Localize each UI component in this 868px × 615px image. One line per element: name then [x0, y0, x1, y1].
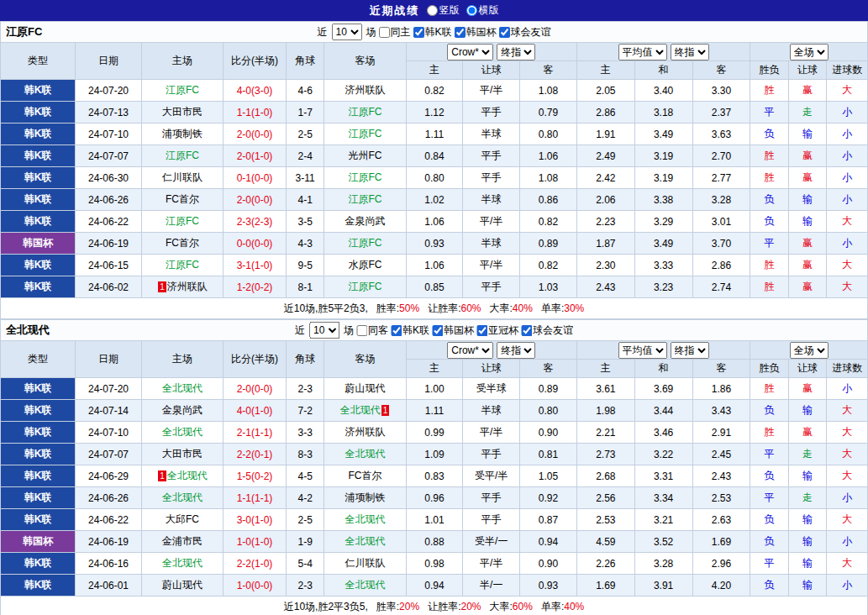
- match-type: 韩K联: [1, 124, 76, 145]
- red-card-badge: 1: [158, 281, 166, 292]
- layout-horizontal-option[interactable]: 横版: [466, 3, 499, 18]
- odds-value: 0.88: [406, 531, 463, 553]
- outcome-handicap: 输: [788, 509, 827, 531]
- team-label: 济州联队: [345, 426, 386, 438]
- summary-stat-value: 40%: [564, 601, 584, 612]
- same-venue-checkbox[interactable]: [378, 27, 389, 38]
- outcome-handicap: 输: [788, 575, 827, 597]
- odds-value: 0.90: [520, 422, 577, 444]
- match-type: 韩K联: [1, 509, 76, 531]
- team-name: 江原FC: [6, 24, 42, 39]
- outcome-goals: 小: [827, 531, 868, 553]
- odds-value: 0.89: [520, 233, 577, 255]
- outcome-result: 负: [750, 211, 789, 233]
- league-checkbox[interactable]: [455, 27, 466, 38]
- full-match-select[interactable]: 全场: [790, 44, 829, 60]
- near-label: 近: [295, 323, 305, 338]
- outcome-result: 胜: [750, 167, 789, 189]
- league-checkbox[interactable]: [432, 325, 443, 336]
- odds-value: 2.53: [692, 487, 750, 509]
- summary-stat-value: 20%: [399, 601, 419, 612]
- layout-vertical-option[interactable]: 竖版: [427, 3, 460, 18]
- final-odds-select-2[interactable]: 终指: [671, 342, 709, 359]
- summary-stat-value: 40%: [513, 302, 533, 314]
- outcome-result: 胜: [750, 378, 789, 400]
- average-select[interactable]: 平均值: [618, 44, 667, 60]
- league-filter[interactable]: 韩K联: [391, 323, 429, 338]
- final-odds-select-1[interactable]: 终指: [497, 342, 535, 359]
- league-checkbox[interactable]: [413, 27, 423, 38]
- recent-count-select[interactable]: 10: [331, 24, 361, 40]
- final-odds-select-1[interactable]: 终指: [497, 44, 535, 60]
- home-team: 仁川联队: [141, 167, 223, 189]
- away-team: 浦项制铁: [324, 487, 406, 509]
- sub-column-header: 胜负: [750, 360, 789, 378]
- odds-value: 0.96: [406, 487, 463, 509]
- odds-value: 平手: [463, 145, 520, 167]
- outcome-result: 负: [750, 531, 789, 553]
- score: 2-1(1-1): [224, 422, 287, 444]
- final-odds-select-2[interactable]: 终指: [671, 44, 709, 60]
- outcome-handicap: 输: [788, 211, 827, 233]
- match-row: 韩国杯24-06-19FC首尔0-0(0-0)4-3江原FC0.93半球0.89…: [1, 233, 868, 255]
- column-header: 日期: [76, 341, 142, 378]
- summary-stat-value: 60%: [513, 601, 533, 612]
- league-filter[interactable]: 韩K联: [413, 25, 451, 39]
- match-row: 韩K联24-07-13大田市民1-1(1-0)1-7江原FC1.12平手0.79…: [1, 102, 868, 124]
- match-type: 韩K联: [1, 102, 76, 124]
- team-label: 全北现代: [340, 404, 381, 416]
- corner-count: 7-2: [286, 400, 324, 422]
- match-date: 24-07-07: [76, 444, 142, 465]
- league-filter[interactable]: 韩国杯: [432, 323, 474, 338]
- layout-horizontal-radio[interactable]: [466, 5, 477, 16]
- odds-value: 2.21: [576, 422, 634, 444]
- corner-count: 2-5: [286, 124, 324, 145]
- odds-value: 1.11: [406, 124, 463, 145]
- match-type: 韩K联: [1, 378, 76, 400]
- team-label: 大邱FC: [166, 513, 199, 525]
- match-row: 韩K联24-06-26全北现代1-1(1-1)4-2浦项制铁0.96平手0.92…: [1, 487, 868, 509]
- outcome-goals: 大: [827, 80, 868, 102]
- team-label: 蔚山现代: [162, 579, 203, 591]
- league-checkbox[interactable]: [521, 325, 532, 336]
- team-section-0: 江原FC近10场同主韩K联韩国杯球会友谊类型日期主场比分(半场)角球客场Crow…: [0, 21, 868, 319]
- outcome-handicap: 赢: [788, 276, 827, 298]
- league-checkbox[interactable]: [476, 325, 487, 336]
- corner-count: 3-11: [286, 167, 324, 189]
- sub-column-header: 主: [406, 360, 463, 378]
- same-venue-filter[interactable]: 同客: [356, 323, 388, 338]
- league-checkbox[interactable]: [391, 325, 402, 336]
- odds-value: 0.99: [406, 422, 463, 444]
- match-date: 24-06-26: [76, 189, 142, 211]
- match-row: 韩K联24-06-16全北现代2-2(1-0)5-4仁川联队0.98平/半0.9…: [1, 553, 868, 575]
- sub-column-header: 主: [576, 61, 634, 80]
- same-venue-checkbox[interactable]: [356, 325, 367, 336]
- outcome-handicap: 赢: [788, 80, 827, 102]
- team-label: 全北现代: [162, 557, 203, 569]
- bookmaker-select[interactable]: Crow*: [447, 44, 493, 60]
- odds-value: 0.94: [406, 575, 463, 597]
- league-filter[interactable]: 球会友谊: [499, 25, 551, 39]
- full-match-select[interactable]: 全场: [790, 342, 829, 359]
- layout-vertical-radio[interactable]: [427, 5, 438, 16]
- league-checkbox[interactable]: [499, 27, 510, 38]
- match-type: 韩K联: [1, 487, 76, 509]
- league-label: 亚冠杯: [488, 323, 518, 338]
- odds-value: 3.28: [634, 553, 692, 575]
- bookmaker-select[interactable]: Crow*: [447, 342, 493, 359]
- league-filter[interactable]: 球会友谊: [521, 323, 573, 338]
- outcome-goals: 大: [827, 465, 868, 487]
- same-venue-filter[interactable]: 同主: [378, 25, 410, 39]
- away-team: 江原FC: [324, 276, 406, 298]
- league-filter[interactable]: 韩国杯: [455, 25, 497, 39]
- match-row: 韩国杯24-06-19金浦市民1-0(1-0)1-9全北现代0.88受半/一0.…: [1, 531, 868, 553]
- recent-count-select[interactable]: 10: [309, 322, 339, 339]
- league-filter[interactable]: 亚冠杯: [476, 323, 518, 338]
- team-label: 全北现代: [162, 491, 203, 503]
- average-select[interactable]: 平均值: [618, 342, 667, 359]
- odds-value: 1.12: [406, 102, 463, 124]
- odds-value: 0.98: [406, 553, 463, 575]
- outcome-goals: 大: [827, 444, 868, 465]
- summary-stat-label: 大率:: [490, 600, 513, 614]
- odds-value: 1.86: [692, 378, 750, 400]
